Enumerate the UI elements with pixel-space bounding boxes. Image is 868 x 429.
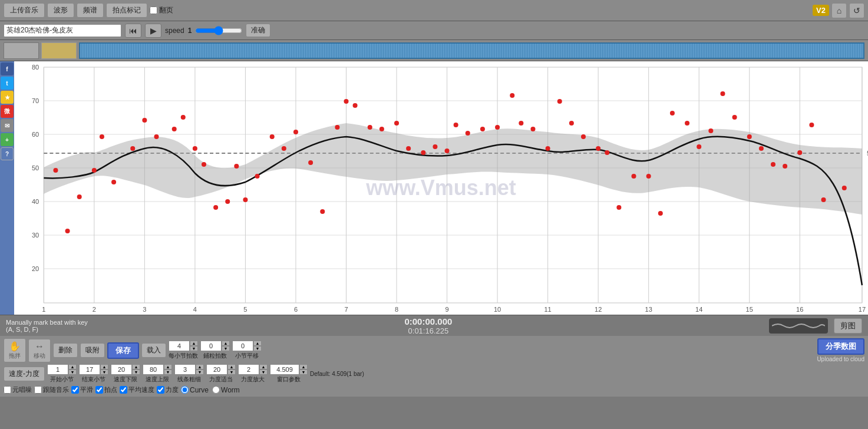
- force-min-up[interactable]: ▲: [227, 364, 236, 369]
- drag-button[interactable]: ✋ 拖拌: [4, 338, 26, 362]
- force-max-down[interactable]: ▼: [259, 369, 268, 375]
- line-width-input[interactable]: [174, 364, 196, 375]
- line-width-group: ▲ ▼ 线条粗细: [174, 364, 204, 384]
- speed-max-down[interactable]: ▼: [164, 369, 172, 375]
- pinghua-checkbox[interactable]: [71, 386, 79, 394]
- refresh-button[interactable]: ↺: [849, 3, 864, 18]
- force-min-down[interactable]: ▼: [227, 369, 236, 375]
- star-button[interactable]: ★: [1, 91, 14, 104]
- svg-point-82: [421, 150, 425, 155]
- banzouyinle-checkbox[interactable]: [34, 386, 42, 394]
- start-bar-input[interactable]: [47, 364, 68, 375]
- svg-point-81: [406, 146, 411, 151]
- save-button[interactable]: 保存: [107, 342, 139, 359]
- svg-text:6: 6: [294, 306, 298, 313]
- bar-shift-input[interactable]: [232, 341, 253, 351]
- worm-radio[interactable]: [212, 386, 220, 394]
- lidu-checkbox-label: 力度: [157, 385, 179, 394]
- speed-max-up[interactable]: ▲: [164, 364, 172, 369]
- pinghua-checkbox-label: 平滑: [71, 385, 93, 394]
- plus-button[interactable]: +: [1, 133, 14, 146]
- beat-density-down[interactable]: ▼: [222, 346, 230, 351]
- chart-container[interactable]: www.Vmus.net: [14, 61, 868, 315]
- force-max-up[interactable]: ▲: [259, 364, 268, 369]
- help-button[interactable]: ?: [1, 147, 14, 160]
- svg-point-52: [53, 168, 58, 173]
- svg-point-59: [142, 118, 147, 123]
- beat-mark-button[interactable]: 拍点标记: [106, 3, 147, 18]
- svg-point-88: [495, 125, 500, 130]
- delete-button[interactable]: 删除: [53, 343, 78, 358]
- prev-button[interactable]: ⏮: [125, 24, 141, 38]
- line-width-up[interactable]: ▲: [196, 364, 204, 369]
- waveform-preview: [4, 42, 39, 59]
- curve-radio[interactable]: [181, 386, 189, 394]
- jian-tu-button[interactable]: 剪图: [834, 318, 862, 334]
- svg-text:12: 12: [595, 306, 602, 313]
- yuansheng-checkbox-label: 元唱噪: [4, 385, 32, 394]
- zhunque-button[interactable]: 准确: [246, 24, 270, 37]
- waveform-button[interactable]: 波形: [47, 3, 74, 18]
- start-bar-down[interactable]: ▼: [68, 369, 77, 375]
- start-bar-up[interactable]: ▲: [68, 364, 77, 369]
- bar-shift-down[interactable]: ▼: [253, 346, 262, 351]
- default-info: Default: 4.509(1 bar): [310, 371, 364, 377]
- beats-per-bar-down[interactable]: ▼: [190, 346, 198, 351]
- fen-xi-button[interactable]: 分季数图: [817, 338, 864, 355]
- waveform-main[interactable]: [79, 42, 864, 59]
- speed-slider[interactable]: [195, 26, 242, 35]
- force-max-input[interactable]: [238, 364, 259, 375]
- move-button[interactable]: ↔ 移动: [28, 339, 51, 362]
- svg-point-67: [234, 164, 239, 169]
- upload-music-button[interactable]: 上传音乐: [4, 3, 45, 18]
- line-width-down[interactable]: ▼: [196, 369, 204, 375]
- weibo-button[interactable]: 微: [1, 105, 14, 118]
- speed-min-input[interactable]: [111, 364, 132, 375]
- spectrum-button[interactable]: 频谱: [77, 3, 104, 18]
- svg-point-74: [320, 209, 325, 214]
- window-group: ▲ ▼ 窗口参数: [270, 364, 308, 384]
- twitter-button[interactable]: t: [1, 77, 14, 90]
- banzouyinle-label: 跟随音乐: [43, 385, 69, 394]
- svg-point-79: [379, 127, 384, 131]
- force-min-input[interactable]: [206, 364, 227, 375]
- mail-button[interactable]: ✉: [1, 119, 14, 132]
- window-down[interactable]: ▼: [299, 369, 308, 375]
- window-input[interactable]: [270, 364, 299, 375]
- speed-label: speed: [165, 27, 184, 35]
- import-button[interactable]: 载入: [141, 343, 166, 358]
- beats-per-bar-label: 每小节拍数: [169, 352, 198, 360]
- facebook-button[interactable]: f: [1, 62, 14, 75]
- bottom-controls: ✋ 拖拌 ↔ 移动 删除 吸附 保存 载入 ▲ ▼ 每小节拍数: [0, 336, 868, 397]
- beat-density-input[interactable]: [200, 341, 222, 351]
- pingjunsude-checkbox[interactable]: [120, 386, 127, 394]
- beats-per-bar-input[interactable]: [169, 341, 190, 351]
- speed-force-button[interactable]: 速度-力度: [4, 367, 45, 381]
- speed-min-down[interactable]: ▼: [132, 369, 140, 375]
- paidian-checkbox[interactable]: [95, 386, 103, 394]
- absorb-button[interactable]: 吸附: [80, 343, 105, 358]
- lidu-checkbox[interactable]: [157, 386, 164, 394]
- window-up[interactable]: ▲: [299, 364, 308, 369]
- end-bar-input[interactable]: [79, 364, 100, 375]
- hint-text: Manually mark beat with key (A, S, D, F): [6, 319, 88, 333]
- page-checkbox[interactable]: [150, 6, 157, 14]
- yuansheng-checkbox[interactable]: [4, 386, 11, 394]
- play-button[interactable]: ▶: [145, 24, 161, 38]
- home-button[interactable]: ⌂: [831, 3, 847, 18]
- speed-min-up[interactable]: ▲: [132, 364, 140, 369]
- end-bar-down[interactable]: ▼: [100, 369, 108, 375]
- svg-point-105: [708, 128, 713, 133]
- svg-point-63: [193, 146, 197, 151]
- page-label: 翻页: [159, 5, 173, 15]
- page-checkbox-label: 翻页: [150, 5, 173, 15]
- speed-max-input[interactable]: [143, 364, 164, 375]
- bar-shift-up[interactable]: ▲: [253, 341, 262, 346]
- end-bar-up[interactable]: ▲: [100, 364, 108, 369]
- beat-density-up[interactable]: ▲: [222, 341, 230, 346]
- beats-per-bar-up[interactable]: ▲: [190, 341, 198, 346]
- svg-point-53: [65, 229, 70, 233]
- svg-point-103: [685, 121, 689, 126]
- waveform-mini: [769, 318, 828, 334]
- song-name-input[interactable]: [4, 24, 121, 37]
